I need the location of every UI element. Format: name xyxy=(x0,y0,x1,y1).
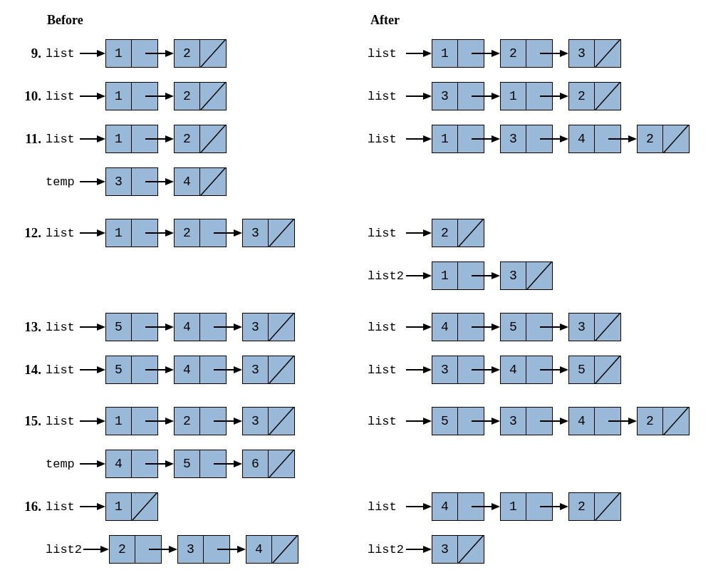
svg-marker-61 xyxy=(169,546,177,553)
linked-list-node: 1 xyxy=(105,39,158,68)
svg-marker-53 xyxy=(234,460,242,467)
svg-marker-42 xyxy=(97,418,105,425)
svg-marker-94 xyxy=(492,272,500,279)
diagram-row: list 4 1 2 xyxy=(368,485,721,528)
node-next-pointer xyxy=(204,536,229,563)
svg-line-33 xyxy=(269,313,294,341)
node-value: 3 xyxy=(432,536,458,563)
arrow-icon xyxy=(406,407,432,435)
node-next-null xyxy=(595,40,620,67)
node-value: 1 xyxy=(106,83,132,110)
node-next-pointer xyxy=(132,356,157,383)
node-value: 2 xyxy=(175,83,200,110)
node-value: 3 xyxy=(243,408,269,435)
svg-line-78 xyxy=(595,82,620,110)
node-value: 2 xyxy=(569,493,595,520)
linked-list-node: 2 xyxy=(174,407,227,435)
arrow-icon xyxy=(80,219,105,247)
svg-marker-104 xyxy=(423,366,432,373)
node-value: 4 xyxy=(106,450,132,477)
svg-line-14 xyxy=(200,125,226,153)
diagram-row xyxy=(7,254,368,297)
diagram-row: 15.list 1 2 3 xyxy=(7,400,368,442)
diagram-row: list2 3 xyxy=(368,528,721,571)
node-value: 3 xyxy=(501,125,526,152)
linked-list-node: 3 xyxy=(432,356,484,384)
spacer xyxy=(368,203,721,212)
svg-line-26 xyxy=(269,219,294,247)
before-column: Before 9.list 1 2 10.list 1 2 11.list 1 … xyxy=(7,13,368,571)
diagram-row: list 1 2 3 xyxy=(368,32,721,75)
node-next-pointer xyxy=(132,168,157,195)
node-next-pointer xyxy=(200,450,226,477)
node-next-pointer xyxy=(200,219,226,247)
svg-marker-73 xyxy=(423,93,432,100)
svg-marker-77 xyxy=(560,93,568,100)
svg-line-87 xyxy=(663,125,689,153)
arrow-icon xyxy=(406,535,432,564)
list-variable-label: list xyxy=(368,227,406,240)
node-value: 5 xyxy=(432,408,458,435)
list-variable-label: list xyxy=(368,321,406,334)
node-next-pointer xyxy=(132,314,157,341)
arrow-icon xyxy=(406,219,432,247)
svg-line-95 xyxy=(526,261,552,290)
list-variable-label: list xyxy=(46,363,80,377)
arrow-icon xyxy=(80,356,105,384)
linked-list-node: 3 xyxy=(177,535,230,564)
svg-marker-97 xyxy=(423,323,432,331)
list-variable-label: list xyxy=(46,90,80,103)
node-next-pointer xyxy=(526,83,552,110)
arrow-icon xyxy=(80,313,105,341)
list-variable-label: list xyxy=(46,133,80,146)
diagram-row: list 5 3 4 2 xyxy=(368,400,721,442)
node-value: 4 xyxy=(246,536,272,563)
node-value: 4 xyxy=(175,314,200,341)
linked-list-node: 4 xyxy=(105,450,158,478)
svg-marker-18 xyxy=(165,178,174,185)
svg-marker-30 xyxy=(165,323,174,331)
svg-line-4 xyxy=(200,39,226,68)
svg-marker-80 xyxy=(423,135,432,143)
node-value: 1 xyxy=(106,408,132,435)
linked-list-node: 4 xyxy=(432,492,484,521)
diagram-row: list2 1 3 xyxy=(368,254,721,297)
svg-line-64 xyxy=(272,535,298,564)
svg-marker-99 xyxy=(492,323,500,331)
node-value: 4 xyxy=(501,356,526,383)
node-value: 2 xyxy=(638,408,663,435)
node-next-null xyxy=(595,314,620,341)
node-value: 1 xyxy=(106,493,132,520)
node-value: 4 xyxy=(569,408,595,435)
linked-list-node: 4 xyxy=(246,535,298,564)
svg-marker-11 xyxy=(97,135,105,143)
svg-marker-66 xyxy=(423,50,432,57)
node-next-null xyxy=(595,356,620,383)
node-value: 2 xyxy=(432,219,458,247)
node-next-pointer xyxy=(132,450,157,477)
linked-list-node: 2 xyxy=(637,407,690,435)
node-value: 3 xyxy=(243,219,269,247)
diagram-row xyxy=(368,442,721,485)
node-next-null xyxy=(595,83,620,110)
diagram-row: 12.list 1 2 3 xyxy=(7,212,368,254)
node-next-pointer xyxy=(595,125,620,152)
node-value: 1 xyxy=(501,83,526,110)
node-next-pointer xyxy=(135,536,161,563)
arrow-icon xyxy=(80,39,105,68)
svg-marker-3 xyxy=(165,50,174,57)
svg-line-118 xyxy=(663,407,689,435)
spacer xyxy=(7,203,368,212)
svg-marker-13 xyxy=(165,135,174,143)
problem-number: 16. xyxy=(7,499,46,514)
linked-list-node: 4 xyxy=(174,167,227,196)
diagram-row xyxy=(368,160,721,203)
svg-line-57 xyxy=(132,492,157,521)
node-value: 5 xyxy=(175,450,200,477)
arrow-icon xyxy=(406,356,432,384)
svg-line-109 xyxy=(595,356,620,384)
linked-list-node: 1 xyxy=(432,125,484,153)
node-value: 3 xyxy=(569,40,595,67)
linked-list-node: 3 xyxy=(568,39,621,68)
list-variable-label: temp xyxy=(46,457,80,471)
